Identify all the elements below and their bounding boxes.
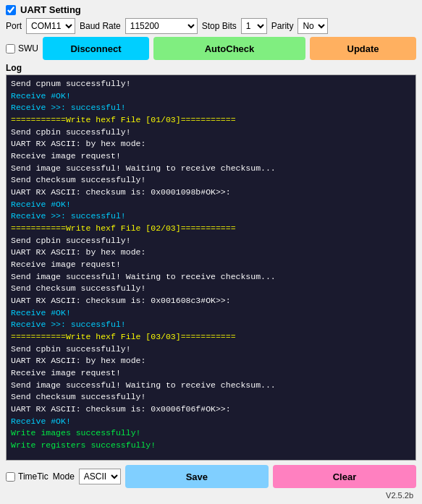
log-line: Receive >>: successful!	[11, 102, 411, 114]
baud-label: Baud Rate	[80, 21, 121, 31]
uart-title: UART Setting	[20, 4, 81, 15]
parity-label: Parity	[271, 21, 294, 31]
log-line: Receive image request!	[11, 367, 411, 380]
log-line: Send cpbin successfully!	[11, 343, 411, 356]
version-text: V2.5.2b	[386, 491, 413, 500]
log-line: Send checksum successfully!	[11, 174, 411, 187]
update-button[interactable]: Update	[310, 37, 416, 60]
log-line: Send image successful! Waiting to receiv…	[11, 271, 411, 283]
log-line: Send image successful! Waiting to receiv…	[11, 163, 411, 175]
stopbits-select[interactable]: 1	[241, 18, 267, 34]
swu-checkbox[interactable]	[6, 44, 15, 54]
log-line: Receive >>: successful!	[11, 319, 411, 331]
log-box[interactable]: Send cpnum successfully!Receive #OK!Rece…	[6, 74, 416, 461]
log-line: UART RX ASCII: checksum is: 0x001608c3#O…	[11, 295, 411, 307]
log-line: UART RX ASCII: checksum is: 0x0001098b#O…	[11, 187, 411, 199]
log-line: Send cpbin successfully!	[11, 235, 411, 247]
port-label: Port	[6, 21, 22, 31]
log-line: Receive #OK!	[11, 307, 411, 320]
log-line: Receive image request!	[11, 150, 411, 163]
log-line: Receive #OK!	[11, 416, 411, 428]
version-row: V2.5.2b	[6, 491, 416, 500]
autocheck-button[interactable]: AutoCheck	[153, 37, 305, 60]
log-line: Send checksum successfully!	[11, 391, 411, 403]
log-line: Receive #OK!	[11, 90, 411, 103]
main-container: UART Setting Port COM11 Baud Rate 115200…	[0, 0, 422, 504]
button-row: SWU Disconnect AutoCheck Update	[6, 37, 416, 60]
log-line: Receive >>: successful!	[11, 210, 411, 223]
log-line: ===========Write hexf File [03/03]======…	[11, 331, 411, 343]
timetick-check: TimeTic	[6, 471, 48, 482]
log-line: Send checksum successfully!	[11, 283, 411, 295]
log-section: Log Send cpnum successfully!Receive #OK!…	[6, 63, 416, 461]
bottom-row: TimeTic Mode ASCII HEX Save Clear	[6, 464, 416, 488]
log-line: ===========Write hexf File [01/03]======…	[11, 114, 411, 127]
log-line: UART RX ASCII: checksum is: 0x0006f06f#O…	[11, 403, 411, 416]
stopbits-label: Stop Bits	[202, 21, 237, 31]
save-button[interactable]: Save	[125, 465, 269, 488]
port-select[interactable]: COM11	[26, 18, 75, 34]
log-line: Write images successfully!	[11, 427, 411, 440]
parity-select[interactable]: No	[297, 18, 328, 34]
uart-checkbox[interactable]	[6, 5, 16, 15]
timetick-checkbox[interactable]	[6, 472, 15, 482]
log-line: UART RX ASCII: by hex mode:	[11, 247, 411, 259]
uart-header: UART Setting	[6, 4, 416, 15]
swu-label: SWU	[18, 43, 38, 54]
mode-select[interactable]: ASCII HEX	[79, 469, 121, 484]
log-line: Receive #OK!	[11, 199, 411, 211]
mode-label: Mode	[53, 471, 75, 482]
log-label: Log	[6, 63, 416, 73]
port-row: Port COM11 Baud Rate 115200 Stop Bits 1 …	[6, 18, 416, 34]
baud-select[interactable]: 115200	[125, 18, 198, 34]
disconnect-button[interactable]: Disconnect	[43, 37, 149, 60]
timetick-label: TimeTic	[18, 471, 48, 482]
log-line: Send cpbin successfully!	[11, 127, 411, 139]
clear-button[interactable]: Clear	[273, 465, 416, 488]
log-line: Send cpnum successfully!	[11, 78, 411, 90]
log-line: Send image successful! Waiting to receiv…	[11, 380, 411, 392]
log-line: UART RX ASCII: by hex mode:	[11, 138, 411, 150]
log-line: Receive image request!	[11, 259, 411, 271]
log-line: Write registers successfully!	[11, 440, 411, 452]
swu-check: SWU	[6, 43, 38, 54]
log-line: UART RX ASCII: by hex mode:	[11, 355, 411, 367]
log-line: ===========Write hexf File [02/03]======…	[11, 223, 411, 235]
